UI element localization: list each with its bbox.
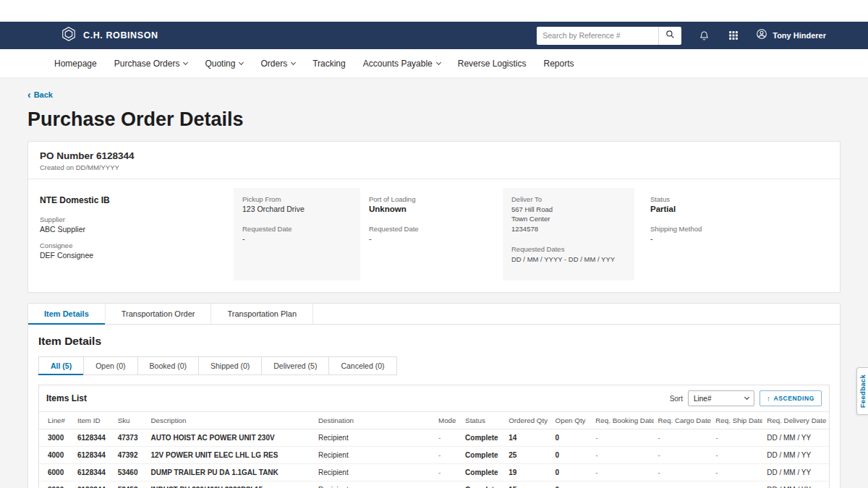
sort-controls: Sort Line# ↑ ASCENDING [670, 390, 822, 406]
section-heading: Item Details [38, 335, 830, 348]
table-cell: Complete [461, 464, 504, 481]
user-avatar-icon [756, 28, 767, 43]
items-table-column-header: Item ID [73, 412, 114, 429]
ascending-label: ASCENDING [774, 395, 814, 402]
deliver-to-line: 567 Hill Road [511, 205, 626, 214]
tab-transportation-order[interactable]: Transportation Order [106, 304, 212, 324]
filter-open[interactable]: Open (0) [83, 356, 137, 375]
nav-reports[interactable]: Reports [544, 59, 574, 69]
table-cell: 0 [551, 464, 592, 481]
brand: C.H. ROBINSON [61, 26, 158, 45]
nav-purchase-orders[interactable]: Purchase Orders [114, 59, 188, 69]
table-row: 6000612834453460DUMP TRAILER PU DA 1.1GA… [39, 464, 829, 481]
table-cell: - [434, 464, 461, 481]
items-table-column-header: Sku [114, 412, 147, 429]
items-table-column-header: Destination [314, 412, 434, 429]
table-cell: - [591, 447, 653, 464]
nav-homepage[interactable]: Homepage [54, 59, 97, 69]
supplier-value: ABC Supplier [40, 225, 234, 234]
po-number: PO Number 6128344 [40, 150, 828, 161]
table-cell: - [591, 429, 653, 447]
requested-date-label: Requested Date [242, 225, 352, 233]
table-cell: DD / MM / YY [762, 464, 829, 481]
chevron-down-icon [291, 59, 296, 64]
chevron-down-icon [744, 395, 749, 400]
arrow-up-icon: ↑ [767, 395, 771, 403]
filter-shipped[interactable]: Shipped (0) [198, 356, 262, 375]
status-filter-tabs: All (5) Open (0) Booked (0) Shipped (0) … [38, 356, 830, 375]
summary-col-pickup: Pickup From 123 Orchard Drive Requested … [234, 188, 360, 281]
table-cell: Recipient [314, 481, 434, 488]
table-cell: 12V POWER UNIT ELEC LHL LG RES [147, 447, 315, 464]
requested-dates-value: DD / MM / YYYY - DD / MM / YYY [511, 254, 626, 264]
filter-all[interactable]: All (5) [38, 356, 84, 375]
user-menu[interactable]: Tony Hinderer [756, 28, 826, 43]
summary-columns: NTE Domestic IB Supplier ABC Supplier Co… [40, 179, 828, 281]
po-created: Created on DD/MM/YYYY [40, 163, 828, 171]
chevron-down-icon [183, 59, 188, 64]
items-table-column-header: Description [147, 412, 315, 429]
port-of-loading-label: Port of Loading [369, 195, 503, 203]
table-cell: 15 [504, 481, 550, 488]
page-title: Purchase Order Details [27, 108, 841, 131]
table-cell: - [591, 464, 653, 481]
nav-accounts-payable[interactable]: Accounts Payable [363, 59, 441, 69]
page: C.H. ROBINSON [0, 0, 868, 488]
chr-logo-icon [61, 26, 77, 45]
items-table-header-row: Line#Item IDSkuDescriptionDestinationMod… [39, 412, 829, 429]
table-cell: - [434, 429, 461, 447]
notifications-bell-icon[interactable] [697, 29, 711, 43]
items-table-column-header: Req. Booking Date [591, 412, 653, 429]
main-nav: Homepage Purchase Orders Quoting Orders … [0, 49, 868, 78]
items-list-header: Items List Sort Line# ↑ ASCENDING [39, 385, 829, 411]
feedback-tab[interactable]: Feedback [856, 367, 868, 415]
table-cell: 0 [551, 429, 592, 447]
table-cell: Complete [461, 429, 504, 447]
table-cell: 19 [504, 464, 550, 481]
table-cell: 6128344 [73, 464, 114, 481]
items-table: Line#Item IDSkuDescriptionDestinationMod… [39, 411, 829, 488]
filter-delivered[interactable]: Delivered (5) [261, 356, 329, 375]
items-table-column-header: Open Qty [551, 412, 592, 429]
nav-quoting[interactable]: Quoting [205, 59, 243, 69]
table-cell: 0 [551, 447, 592, 464]
port-of-loading-value: Unknown [369, 205, 503, 213]
back-link[interactable]: ‹ Back [27, 90, 53, 99]
nav-orders[interactable]: Orders [260, 59, 295, 69]
chevron-down-icon [239, 59, 244, 64]
table-cell: - [434, 481, 461, 488]
sort-select[interactable]: Line# [688, 390, 754, 406]
table-cell: DD / MM / YY [762, 429, 829, 447]
sort-direction-button[interactable]: ↑ ASCENDING [760, 390, 822, 406]
back-label: Back [34, 90, 53, 99]
filter-booked[interactable]: Booked (0) [137, 356, 199, 375]
table-cell: 6000 [39, 464, 73, 481]
search-icon [665, 30, 675, 41]
items-list-panel: Items List Sort Line# ↑ ASCENDING [38, 385, 830, 488]
tab-item-details[interactable]: Item Details [28, 304, 106, 324]
table-cell: Recipient [314, 464, 434, 481]
tab-transportation-plan[interactable]: Transportation Plan [211, 304, 313, 324]
table-cell: - [711, 464, 762, 481]
back-arrow-icon: ‹ [27, 91, 31, 98]
table-cell: - [654, 447, 712, 464]
feedback-label: Feedback [859, 374, 867, 408]
items-table-column-header: Ordered Qty [504, 412, 550, 429]
nav-tracking[interactable]: Tracking [312, 59, 346, 69]
summary-col-general: NTE Domestic IB Supplier ABC Supplier Co… [40, 188, 234, 281]
status-label: Status [650, 195, 828, 203]
table-cell: 6128344 [73, 429, 114, 447]
pickup-from-label: Pickup From [242, 195, 352, 203]
po-summary-card: PO Number 6128344 Created on DD/MM/YYYY … [27, 141, 841, 293]
deliver-to-line: Town Center [511, 214, 626, 223]
nav-reverse-logistics[interactable]: Reverse Logistics [458, 59, 527, 69]
search-button[interactable] [658, 27, 681, 45]
search-input[interactable] [537, 27, 658, 45]
table-cell: 47392 [114, 447, 147, 464]
apps-grid-icon[interactable] [727, 29, 740, 42]
shipping-method-value: - [650, 234, 828, 243]
filter-canceled[interactable]: Canceled (0) [328, 356, 396, 375]
table-cell: - [654, 481, 712, 488]
items-table-column-header: Status [461, 412, 504, 429]
table-cell: 4000 [39, 447, 73, 464]
